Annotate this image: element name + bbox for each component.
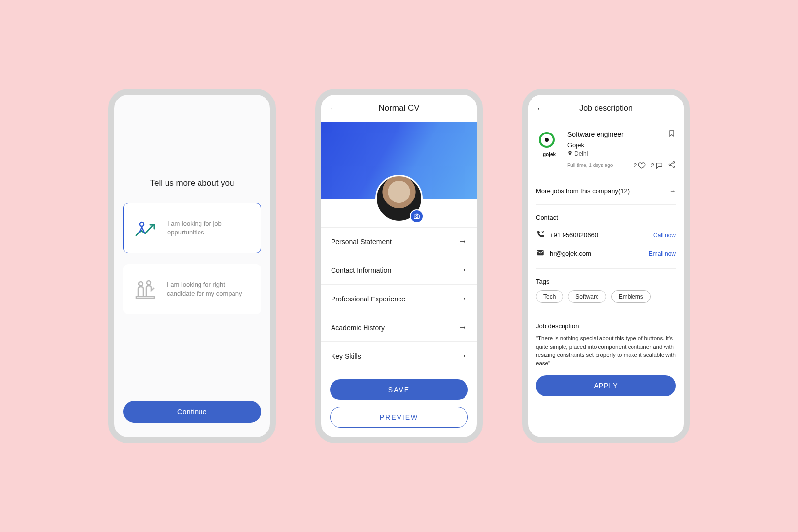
arrow-right-icon: →	[458, 236, 467, 247]
bookmark-icon[interactable]	[668, 129, 676, 139]
call-now-action[interactable]: Call now	[653, 232, 676, 239]
jobseeker-icon	[133, 214, 158, 242]
screen-onboarding: Tell us more about you I am looking for …	[108, 89, 276, 443]
job-header-title: Job description	[579, 104, 632, 113]
tag-emblems[interactable]: Emblems	[611, 290, 651, 303]
job-body: gojek Software engineer Gojek Delhi	[528, 122, 684, 437]
job-company: Gojek	[567, 141, 676, 149]
continue-button[interactable]: Continue	[123, 401, 261, 423]
back-arrow-icon[interactable]: ←	[536, 102, 546, 114]
gojek-logo-icon	[539, 132, 555, 148]
onboarding-title: Tell us more about you	[114, 178, 270, 188]
contact-phone-row: +91 9560820660 Call now	[536, 226, 676, 244]
preview-button[interactable]: PREVIEW	[330, 407, 468, 428]
contact-email-row: hr@gojek.com Email now	[536, 244, 676, 263]
phone-icon	[536, 230, 545, 240]
cv-row-academic-history[interactable]: Academic History →	[321, 313, 477, 342]
apply-button[interactable]: APPLY	[536, 375, 676, 396]
heart-icon	[638, 162, 646, 169]
job-summary: gojek Software engineer Gojek Delhi	[536, 122, 676, 177]
cv-row-key-skills[interactable]: Key Skills →	[321, 342, 477, 370]
tags-heading: Tags	[536, 278, 676, 285]
cv-row-label: Professional Experience	[331, 295, 405, 303]
arrow-right-icon: →	[458, 351, 467, 361]
more-jobs-label: More jobs from this company(12)	[536, 187, 630, 195]
likes-count[interactable]: 2	[634, 162, 646, 169]
arrow-right-icon: →	[669, 187, 676, 195]
likes-number: 2	[634, 162, 637, 169]
contact-email: hr@gojek.com	[550, 250, 591, 257]
desc-heading: Job description	[536, 322, 676, 330]
job-engagement-icons: 2 2	[634, 161, 676, 170]
email-now-action[interactable]: Email now	[649, 250, 676, 257]
description-section: Job description "There is nothing specia…	[536, 322, 676, 367]
job-location: Delhi	[574, 150, 588, 157]
tags-list: Tech Software Emblems	[536, 290, 676, 313]
cv-row-label: Academic History	[331, 324, 385, 332]
cv-header: ← Normal CV	[321, 95, 477, 122]
option-employer-label: I am looking for right candidate for my …	[167, 280, 252, 298]
svg-line-9	[670, 163, 673, 164]
job-role-row: Software engineer	[567, 129, 676, 139]
screen-job-description: ← Job description gojek Software enginee…	[522, 89, 690, 443]
cv-row-label: Key Skills	[331, 352, 361, 360]
option-jobseeker[interactable]: I am looking for job oppurtunities	[123, 203, 261, 253]
contact-phone: +91 9560820660	[550, 232, 598, 239]
comments-count[interactable]: 2	[651, 162, 663, 169]
tags-section: Tags Tech Software Emblems	[536, 278, 676, 313]
svg-rect-3	[136, 297, 154, 299]
comment-icon	[655, 162, 663, 169]
job-role: Software engineer	[567, 131, 624, 138]
location-pin-icon	[567, 150, 573, 158]
job-meta-row: Full time, 1 days ago 2 2	[567, 161, 676, 170]
svg-point-5	[416, 216, 418, 218]
comments-number: 2	[651, 162, 654, 169]
more-jobs-link[interactable]: More jobs from this company(12) →	[536, 177, 676, 205]
avatar-wrap	[375, 175, 423, 222]
svg-point-2	[147, 281, 151, 285]
tag-software[interactable]: Software	[568, 290, 606, 303]
cv-hero	[321, 122, 477, 199]
camera-icon[interactable]	[410, 209, 424, 223]
screen-cv-builder: ← Normal CV Personal Statement → Contact…	[315, 89, 483, 443]
mail-icon	[536, 248, 545, 259]
arrow-right-icon: →	[458, 265, 467, 275]
svg-rect-11	[537, 250, 544, 256]
cv-row-personal-statement[interactable]: Personal Statement →	[321, 227, 477, 256]
job-meta: Full time, 1 days ago	[567, 163, 613, 168]
cv-section-list: Personal Statement → Contact Information…	[321, 227, 477, 370]
cv-title: Normal CV	[378, 103, 419, 113]
contact-section: Contact +91 9560820660 Call now hr@gojek…	[536, 214, 676, 269]
job-info: Software engineer Gojek Delhi Full time,…	[567, 129, 676, 170]
option-jobseeker-label: I am looking for job oppurtunities	[167, 219, 252, 237]
share-icon[interactable]	[668, 161, 676, 170]
back-arrow-icon[interactable]: ←	[329, 103, 339, 114]
cv-row-label: Contact Information	[331, 266, 391, 274]
company-logo-label: gojek	[543, 152, 556, 157]
cv-button-row: SAVE PREVIEW	[321, 370, 477, 428]
svg-point-0	[140, 222, 144, 226]
cv-row-contact-info[interactable]: Contact Information →	[321, 256, 477, 285]
onboarding-options: I am looking for job oppurtunities I am …	[114, 203, 270, 325]
contact-heading: Contact	[536, 214, 676, 221]
svg-line-10	[670, 165, 673, 166]
cv-row-professional-experience[interactable]: Professional Experience →	[321, 285, 477, 313]
save-button[interactable]: SAVE	[330, 379, 468, 400]
option-employer[interactable]: I am looking for right candidate for my …	[123, 264, 261, 314]
arrow-right-icon: →	[458, 322, 467, 332]
job-header: ← Job description	[528, 95, 684, 122]
desc-text: "There is nothing special about this typ…	[536, 334, 676, 367]
cv-row-label: Personal Statement	[331, 238, 392, 246]
svg-point-1	[139, 282, 143, 286]
arrow-right-icon: →	[458, 294, 467, 304]
employer-icon	[133, 275, 157, 303]
job-location-row: Delhi	[567, 150, 676, 158]
company-logo: gojek	[536, 129, 563, 157]
tag-tech[interactable]: Tech	[536, 290, 563, 303]
